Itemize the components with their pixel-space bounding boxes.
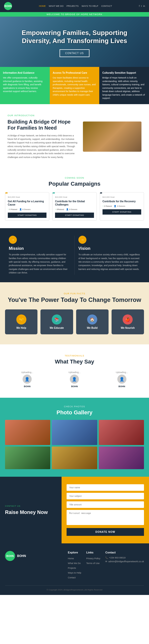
twitter-icon[interactable]: t bbox=[141, 5, 142, 7]
campaign-btn-3[interactable]: START DONATING bbox=[103, 209, 141, 215]
footer-privacy-link[interactable]: Privacy Policy bbox=[86, 557, 100, 560]
vision-icon: → bbox=[78, 236, 86, 244]
donate-now-button[interactable]: DONATE NOW bbox=[67, 528, 144, 536]
donate-message-input[interactable] bbox=[67, 510, 144, 525]
donors-icon-1: 👤 bbox=[19, 208, 22, 211]
vision-text: To cultivate an inclusive society where … bbox=[78, 253, 140, 271]
footer-link-home[interactable]: Home bbox=[68, 557, 74, 560]
hero-cta-button[interactable]: CONTACT US bbox=[60, 49, 89, 57]
build-icon: 🏠 bbox=[87, 314, 97, 325]
testimonial-name-2: BOHN bbox=[52, 385, 96, 388]
campaign-card-2: $10,000 Goal Contribute for the Global C… bbox=[52, 192, 96, 221]
gallery-img-3 bbox=[99, 420, 144, 445]
intro-image bbox=[83, 122, 141, 152]
nav-what-we-do[interactable]: What We Do bbox=[49, 5, 64, 7]
footer-logo: BOHN BOHN bbox=[5, 551, 63, 561]
mission-title: Mission bbox=[9, 246, 71, 251]
footer: BOHN BOHN Explore Home What We Do Projec… bbox=[0, 543, 149, 595]
footer-link-what-we-do[interactable]: What We Do bbox=[68, 562, 81, 565]
campaign-donors-1: 👤 0 Donors bbox=[19, 208, 31, 211]
testimonials-label: TESTIMONIALS bbox=[5, 354, 144, 357]
educate-icon: 📚 bbox=[52, 314, 62, 325]
info-card-guidance-title: Information And Guidance bbox=[3, 71, 47, 75]
intro-section: OUR INTRODUCTION Building A Bridge Of Ho… bbox=[0, 104, 149, 169]
testimonials-grid: Uploading... 👤 BOHN Uploading... 👤 BOHN … bbox=[5, 371, 144, 388]
testimonial-3: Uploading... 👤 BOHN bbox=[100, 371, 144, 388]
campaign-title-2: Contribute for the Global Challenges bbox=[55, 200, 94, 206]
intro-paragraph: At Bridge of Hope Network, we believe th… bbox=[8, 134, 78, 159]
info-card-professional-title: Access To Professional Care bbox=[53, 71, 96, 75]
campaign-donors-3: 👤 0 Donors bbox=[114, 205, 125, 207]
donate-subject-input[interactable] bbox=[67, 493, 144, 499]
fact-card-help: 🤝 We Help bbox=[5, 309, 37, 334]
nav-contact[interactable]: Contact bbox=[101, 5, 112, 7]
testimonial-name-3: BOHN bbox=[100, 385, 144, 388]
campaign-raised-2: ↑ 0Raised bbox=[55, 208, 64, 211]
hero-content: Empowering Families, Supporting Diversit… bbox=[8, 29, 141, 57]
testimonial-avatar-2: 👤 bbox=[70, 375, 79, 384]
footer-link-projects[interactable]: Projects bbox=[68, 567, 76, 569]
campaign-card-1: $10,000 Goal Get All Funding for a Learn… bbox=[5, 192, 49, 221]
nav-ways-to-help[interactable]: Ways To Help bbox=[82, 5, 98, 7]
help-label: We Help bbox=[16, 327, 26, 329]
gallery-img-4 bbox=[5, 447, 50, 469]
footer-links-list: Privacy Policy Terms of Use bbox=[86, 556, 100, 565]
intro-heading: Building A Bridge Of Hope For Families I… bbox=[8, 119, 78, 131]
campaign-stats-3: ↑ 0 Raised 👤 0 Donors bbox=[103, 205, 141, 207]
footer-logo-col: BOHN BOHN bbox=[5, 551, 63, 580]
campaign-btn-1[interactable]: START DONATING bbox=[8, 213, 46, 218]
mission-text: To provide comprehensive, culturally sen… bbox=[9, 253, 71, 274]
mission-item: → Mission To provide comprehensive, cult… bbox=[5, 236, 74, 274]
footer-copyright: © Copyright 2024 | BridgeofHopenetwork |… bbox=[5, 589, 144, 591]
donate-title-input[interactable] bbox=[67, 501, 144, 508]
footer-divider bbox=[5, 585, 144, 586]
info-card-professional-text: Our team facilitates direct access to sp… bbox=[53, 76, 96, 97]
testimonial-name-1: BOHN bbox=[5, 385, 49, 388]
campaign-donors-2: 👤 0 Donors bbox=[66, 208, 77, 211]
campaign-raised-1: ↑ 0 Raised bbox=[8, 208, 17, 211]
campaigns-grid: $10,000 Goal Get All Funding for a Learn… bbox=[5, 192, 144, 221]
footer-terms-link[interactable]: Terms of Use bbox=[86, 562, 100, 565]
info-cards: Information And Guidance We offer compas… bbox=[0, 67, 149, 104]
educate-label: We Educate bbox=[50, 327, 64, 329]
navbar: BOHN Home What We Do Projects Ways To He… bbox=[0, 0, 149, 12]
gallery-img-5 bbox=[52, 447, 97, 469]
footer-email: ✉ admin@bridgeofhopenetwork.co.uk bbox=[105, 560, 144, 563]
footer-explore-links: Home What We Do Projects Ways to Help Co… bbox=[68, 556, 81, 579]
mission-icon: → bbox=[9, 236, 17, 244]
campaign-btn-2[interactable]: START DONATING bbox=[55, 213, 94, 218]
info-card-cultural-text: Bridge of Hope Network is built on under… bbox=[102, 76, 146, 100]
footer-link-contact[interactable]: Contact bbox=[68, 576, 76, 579]
testimonial-avatar-1: 👤 bbox=[23, 375, 32, 384]
email-icon: ✉ bbox=[105, 560, 107, 563]
footer-explore-title: Explore bbox=[68, 551, 81, 554]
campaign-title-3: Contribute for the Recovery bbox=[103, 200, 141, 203]
info-card-cultural-title: Culturally Sensitive Support bbox=[102, 71, 146, 75]
testimonial-loading-1: Uploading... bbox=[5, 371, 49, 374]
info-card-guidance-text: We offer compassionate, culturally infor… bbox=[3, 76, 47, 93]
hero-heading: Empowering Families, Supporting Diversit… bbox=[8, 29, 141, 45]
donors-icon-3: 👤 bbox=[114, 205, 116, 207]
testimonial-2: Uploading... 👤 BOHN bbox=[52, 371, 96, 388]
phone-icon: 📞 bbox=[105, 556, 108, 559]
campaign-stats-1: ↑ 0 Raised 👤 0 Donors bbox=[8, 208, 46, 211]
vision-title: Vision bbox=[78, 246, 140, 251]
fun-facts-section: OUR FUN FACTS You've The Power Today To … bbox=[0, 282, 149, 345]
testimonial-loading-2: Uploading... bbox=[52, 371, 96, 374]
gallery-heading: Photo Gallery bbox=[5, 409, 144, 416]
fun-facts-heading: You've The Power Today To Change Tomorro… bbox=[5, 296, 144, 304]
footer-explore-col: Explore Home What We Do Projects Ways to… bbox=[68, 551, 81, 580]
nav-projects[interactable]: Projects bbox=[67, 5, 79, 7]
footer-top: BOHN BOHN Explore Home What We Do Projec… bbox=[5, 551, 144, 580]
donate-left: CONTACT US Raise Money Now bbox=[0, 477, 62, 543]
donate-name-input[interactable] bbox=[67, 484, 144, 491]
navbar-social: f t in bbox=[139, 5, 145, 7]
facebook-icon[interactable]: f bbox=[139, 5, 140, 7]
navbar-links: Home What We Do Projects Ways To Help Co… bbox=[39, 5, 112, 7]
campaign-body-2: $10,000 Goal Contribute for the Global C… bbox=[53, 193, 96, 220]
footer-phone: 📞 +234 903 09019 bbox=[105, 556, 144, 559]
footer-link-ways[interactable]: Ways to Help bbox=[68, 572, 81, 574]
nav-home[interactable]: Home bbox=[39, 5, 46, 7]
instagram-icon[interactable]: in bbox=[143, 5, 145, 7]
vision-item: → Vision To cultivate an inclusive socie… bbox=[74, 236, 144, 274]
